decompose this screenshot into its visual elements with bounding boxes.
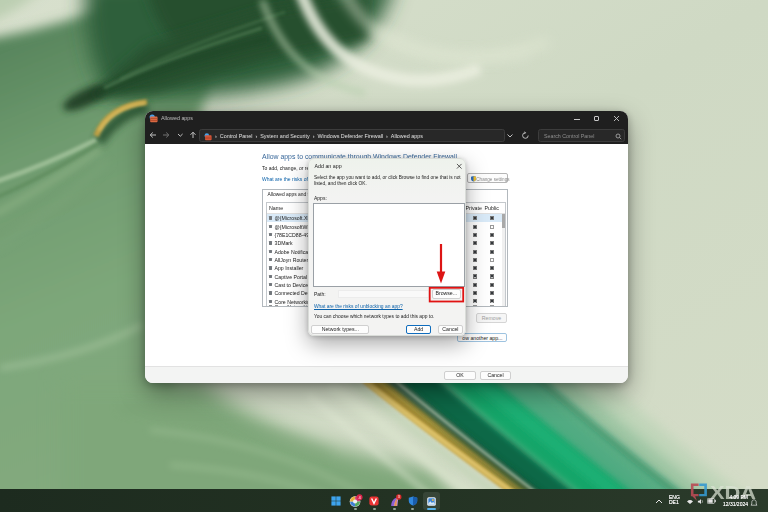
svg-text:3: 3 — [397, 495, 399, 499]
